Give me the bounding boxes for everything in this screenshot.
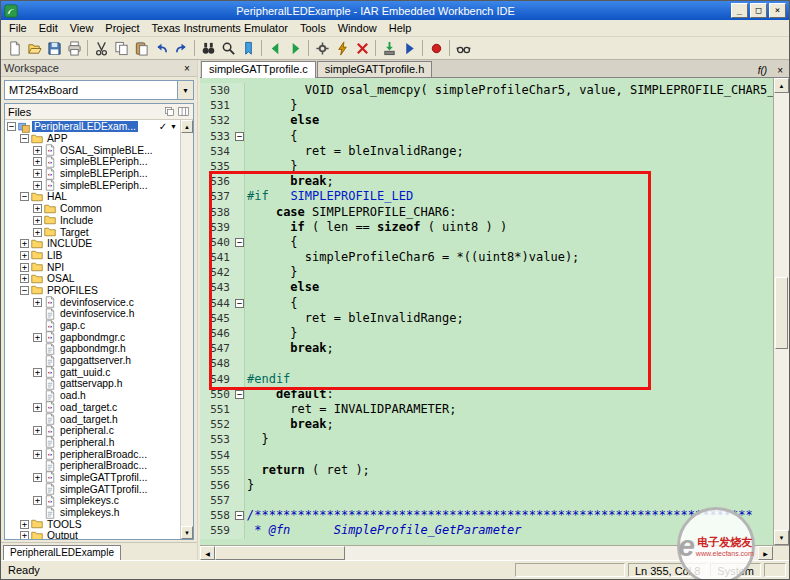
tree-item-include[interactable]: +INCLUDE: [5, 238, 180, 250]
expand-icon[interactable]: +: [33, 169, 42, 178]
tree-item-lib[interactable]: +LIB: [5, 250, 180, 262]
collapse-icon[interactable]: −: [7, 122, 16, 131]
fold-marker-icon[interactable]: −: [235, 390, 244, 399]
collapse-icon[interactable]: −: [20, 286, 29, 295]
tree-item-peripheral-h[interactable]: peripheral.h: [5, 437, 180, 449]
bookmark-icon[interactable]: [238, 39, 258, 58]
expand-icon[interactable]: +: [33, 333, 42, 342]
menu-texas-instruments-emulator[interactable]: Texas Instruments Emulator: [146, 21, 294, 35]
tab-close-icon[interactable]: ×: [773, 64, 787, 77]
tree-item-simplebleperiph[interactable]: +simpleBLEPeriph...: [5, 168, 180, 180]
tree-item-common[interactable]: +Common: [5, 203, 180, 215]
watch-icon[interactable]: [453, 39, 473, 58]
code-area[interactable]: 530 VOID osal_memcpy( simpleProfileChar5…: [200, 78, 773, 545]
tree-item-app[interactable]: −APP: [5, 133, 180, 145]
menu-window[interactable]: Window: [332, 21, 383, 35]
save-icon[interactable]: [44, 39, 64, 58]
compile-icon[interactable]: [332, 39, 352, 58]
navigate-forward-icon[interactable]: [285, 39, 305, 58]
tree-item-gattservapp-h[interactable]: gattservapp.h: [5, 378, 180, 390]
expand-icon[interactable]: +: [33, 204, 42, 213]
collapse-icon[interactable]: −: [20, 134, 29, 143]
tree-item-oad-target-h[interactable]: oad_target.h: [5, 413, 180, 425]
workspace-close-icon[interactable]: ×: [180, 62, 194, 75]
find-icon[interactable]: [198, 39, 218, 58]
menu-file[interactable]: File: [3, 21, 33, 35]
expand-icon[interactable]: +: [33, 426, 42, 435]
tree-item-gatt-uuid-c[interactable]: +gatt_uuid.c: [5, 366, 180, 378]
editor-vertical-scrollbar[interactable]: ▲ ▼: [773, 78, 789, 545]
files-columns-icon[interactable]: [176, 106, 190, 118]
expand-icon[interactable]: +: [33, 368, 42, 377]
expand-icon[interactable]: +: [33, 496, 42, 505]
chevron-down-icon[interactable]: ▼: [177, 81, 193, 99]
fold-marker-icon[interactable]: −: [235, 238, 244, 247]
tree-item-simplegattprofil[interactable]: +simpleGATTprofil...: [5, 472, 180, 484]
make-icon[interactable]: [312, 39, 332, 58]
tree-item-oad-target-c[interactable]: +oad_target.c: [5, 402, 180, 414]
fold-marker-icon[interactable]: −: [235, 299, 244, 308]
expand-icon[interactable]: +: [20, 531, 29, 539]
expand-icon[interactable]: +: [33, 298, 42, 307]
tree-item-simplekeys-h[interactable]: simplekeys.h: [5, 507, 180, 519]
navigate-back-icon[interactable]: [265, 39, 285, 58]
expand-icon[interactable]: +: [20, 263, 29, 272]
find-next-icon[interactable]: [218, 39, 238, 58]
download-debug-icon[interactable]: [379, 39, 399, 58]
workspace-scrollbar[interactable]: ▲ ▼: [180, 120, 193, 539]
open-file-icon[interactable]: [24, 39, 44, 58]
tree-item-gapgattserver-h[interactable]: gapgattserver.h: [5, 355, 180, 367]
tree-item-target[interactable]: +Target: [5, 226, 180, 238]
tree-item-include[interactable]: +Include: [5, 215, 180, 227]
tab-simplegattprofile-c[interactable]: simpleGATTprofile.c: [201, 61, 316, 78]
tree-item-osal[interactable]: +OSAL: [5, 273, 180, 285]
expand-icon[interactable]: +: [33, 473, 42, 482]
tree-item-simplebleperiph[interactable]: +simpleBLEPeriph...: [5, 156, 180, 168]
print-icon[interactable]: [64, 39, 84, 58]
minimize-button[interactable]: _: [731, 3, 748, 18]
undo-icon[interactable]: [151, 39, 171, 58]
expand-icon[interactable]: +: [33, 157, 42, 166]
scroll-left-icon[interactable]: ◀: [200, 546, 215, 560]
collapse-icon[interactable]: −: [20, 192, 29, 201]
scroll-up-icon[interactable]: ▲: [181, 120, 193, 133]
function-list-button[interactable]: f(): [754, 64, 771, 77]
tree-item-devinfoservice-h[interactable]: devinfoservice.h: [5, 308, 180, 320]
expand-icon[interactable]: +: [33, 146, 42, 155]
tree-item-gapbondmgr-h[interactable]: gapbondmgr.h: [5, 343, 180, 355]
expand-icon[interactable]: +: [33, 403, 42, 412]
stop-build-icon[interactable]: [352, 39, 372, 58]
files-options-icon[interactable]: [162, 106, 176, 118]
menu-project[interactable]: Project: [99, 21, 145, 35]
paste-icon[interactable]: [131, 39, 151, 58]
fold-marker-icon[interactable]: −: [235, 511, 244, 520]
debug-without-download-icon[interactable]: [399, 39, 419, 58]
scroll-down-icon[interactable]: ▼: [181, 526, 193, 539]
expand-icon[interactable]: +: [20, 239, 29, 248]
new-document-icon[interactable]: [4, 39, 24, 58]
tree-item-osal-simpleble[interactable]: +OSAL_SimpleBLE...: [5, 144, 180, 156]
fold-marker-icon[interactable]: −: [235, 132, 244, 141]
redo-icon[interactable]: [171, 39, 191, 58]
maximize-button[interactable]: □: [750, 3, 767, 18]
toggle-breakpoint-icon[interactable]: [426, 39, 446, 58]
scrollbar-thumb[interactable]: [215, 546, 345, 560]
expand-icon[interactable]: +: [20, 520, 29, 529]
expand-icon[interactable]: +: [33, 450, 42, 459]
scrollbar-track[interactable]: [774, 93, 789, 530]
tab-simplegattprofile-h[interactable]: simpleGATTprofile.h: [317, 61, 432, 77]
expand-icon[interactable]: +: [20, 251, 29, 260]
menu-edit[interactable]: Edit: [33, 21, 64, 35]
tree-item-peripheralbroadc[interactable]: peripheralBroadc...: [5, 460, 180, 472]
tree-item-simplebleperiph[interactable]: +simpleBLEPeriph...: [5, 179, 180, 191]
expand-icon[interactable]: +: [33, 181, 42, 190]
menu-view[interactable]: View: [64, 21, 100, 35]
copy-icon[interactable]: [111, 39, 131, 58]
cut-icon[interactable]: [91, 39, 111, 58]
scroll-right-icon[interactable]: ▶: [758, 546, 773, 560]
tree-item-simplekeys-c[interactable]: +simplekeys.c: [5, 495, 180, 507]
tree-item-profiles[interactable]: −PROFILES: [5, 285, 180, 297]
target-dropdown-icon[interactable]: ▼: [169, 123, 180, 130]
expand-icon[interactable]: +: [33, 216, 42, 225]
tree-item-gapbondmgr-c[interactable]: +gapbondmgr.c: [5, 331, 180, 343]
